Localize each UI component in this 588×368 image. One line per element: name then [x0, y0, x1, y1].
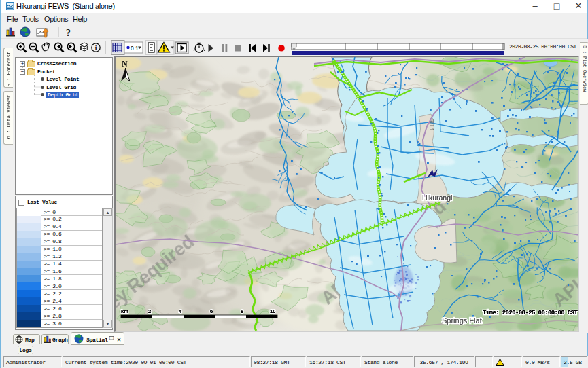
svg-text:Hikurangi: Hikurangi	[422, 194, 452, 202]
svg-text:6: 6	[210, 308, 213, 314]
svg-text:km: km	[121, 308, 128, 314]
svg-text:?: ?	[66, 28, 71, 38]
svg-text:8: 8	[241, 308, 243, 314]
svg-text:2: 2	[148, 308, 151, 314]
svg-text:Springs Flat: Springs Flat	[442, 316, 482, 325]
svg-text:0.1: 0.1	[131, 45, 139, 52]
svg-text:N: N	[122, 59, 128, 69]
svg-text:Time: 2020-08-25 00:00:00 CST: Time: 2020-08-25 00:00:00 CST	[483, 310, 578, 316]
svg-text:10: 10	[270, 308, 275, 314]
svg-text:i: i	[95, 45, 97, 52]
svg-text:SH 1: SH 1	[428, 118, 435, 131]
